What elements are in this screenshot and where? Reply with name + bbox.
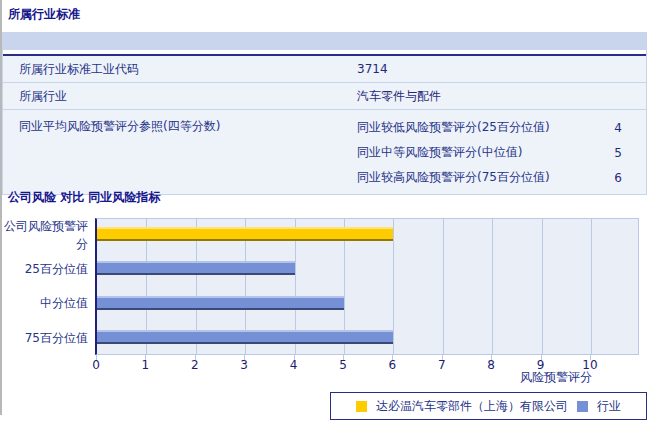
x-tick-label: 4 bbox=[279, 358, 309, 372]
quartile-low-label: 同业较低风险预警评分(25百分位值) bbox=[357, 119, 602, 136]
gridline bbox=[443, 219, 444, 354]
row-label-sic-code: 所属行业标准工业代码 bbox=[3, 61, 357, 78]
row-value-sic-code: 3714 bbox=[357, 62, 646, 76]
quartile-median-value: 5 bbox=[602, 146, 622, 160]
table-row: 所属行业标准工业代码 3714 bbox=[3, 56, 646, 83]
legend-label-company: 达必温汽车零部件（上海）有限公司 bbox=[376, 398, 568, 415]
legend-label-industry: 行业 bbox=[597, 398, 621, 415]
section-title-risk-comparison: 公司风险 对比 同业风险指标 bbox=[8, 189, 160, 206]
table-row-quartile-group: 同业平均风险预警评分参照(四等分数) 同业较低风险预警评分(25百分位值) 4 … bbox=[3, 110, 646, 194]
category-label: 公司风险预警评分 bbox=[0, 218, 88, 252]
x-tick-label: 5 bbox=[328, 358, 358, 372]
gridline bbox=[492, 219, 493, 354]
quartile-row-low: 同业较低风险预警评分(25百分位值) 4 bbox=[357, 115, 622, 140]
table-header-band bbox=[3, 32, 646, 50]
quartile-row-high: 同业较高风险预警评分(75百分位值) 6 bbox=[357, 165, 622, 190]
table-row: 所属行业 汽车零件与配件 bbox=[3, 83, 646, 110]
gridline bbox=[591, 219, 592, 354]
quartile-high-value: 6 bbox=[602, 171, 622, 185]
x-tick-label: 1 bbox=[130, 358, 160, 372]
bar-company bbox=[97, 227, 393, 241]
gridline bbox=[542, 219, 543, 354]
category-label: 75百分位值 bbox=[0, 321, 88, 355]
legend-swatch-industry-icon bbox=[577, 401, 588, 412]
bar-industry bbox=[97, 261, 295, 275]
report-page: 所属行业标准 所属行业标准工业代码 3714 所属行业 汽车零件与配件 同业平均… bbox=[0, 0, 652, 427]
bar-industry bbox=[97, 296, 344, 310]
quartile-low-value: 4 bbox=[602, 121, 622, 135]
x-tick-label: 2 bbox=[180, 358, 210, 372]
chart-x-axis-label: 风险预警评分 bbox=[400, 369, 592, 386]
row-label-industry: 所属行业 bbox=[3, 88, 357, 105]
gridline bbox=[393, 219, 394, 354]
chart-legend: 达必温汽车零部件（上海）有限公司 行业 bbox=[330, 392, 647, 420]
row-label-quartile-reference: 同业平均风险预警评分参照(四等分数) bbox=[3, 115, 357, 135]
chart-plot-area bbox=[95, 218, 639, 355]
quartile-row-median: 同业中等风险预警评分(中位值) 5 bbox=[357, 140, 622, 165]
quartile-high-label: 同业较高风险预警评分(75百分位值) bbox=[357, 169, 602, 186]
quartile-median-label: 同业中等风险预警评分(中位值) bbox=[357, 144, 602, 161]
x-tick-label: 3 bbox=[229, 358, 259, 372]
row-value-industry: 汽车零件与配件 bbox=[357, 88, 646, 105]
legend-swatch-company-icon bbox=[356, 401, 367, 412]
quartile-subrows: 同业较低风险预警评分(25百分位值) 4 同业中等风险预警评分(中位值) 5 同… bbox=[357, 115, 646, 190]
category-label: 25百分位值 bbox=[0, 252, 88, 286]
bar-industry bbox=[97, 330, 393, 344]
category-label: 中分位值 bbox=[0, 287, 88, 321]
x-tick-label: 0 bbox=[81, 358, 111, 372]
section-title-industry-standard: 所属行业标准 bbox=[8, 6, 80, 23]
industry-standard-table: 所属行业标准工业代码 3714 所属行业 汽车零件与配件 同业平均风险预警评分参… bbox=[2, 32, 647, 195]
